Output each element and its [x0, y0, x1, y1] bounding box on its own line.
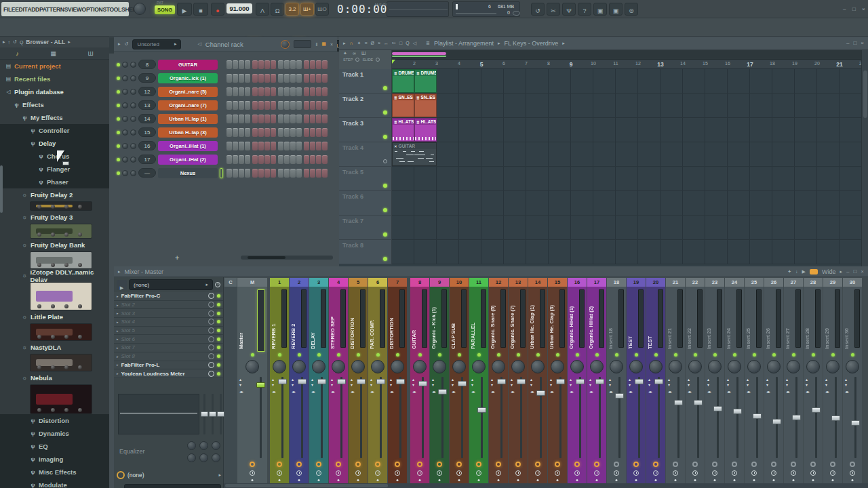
browser-item-eq[interactable]: ψEQ	[0, 440, 109, 453]
strip-enable-led[interactable]	[418, 353, 422, 357]
strip-sep-arrows[interactable]: ▴▾◂▸	[272, 377, 276, 394]
strip-record-dot[interactable]	[852, 479, 854, 481]
step-button[interactable]	[245, 60, 250, 69]
strip-clock-icon[interactable]	[515, 470, 521, 476]
rack-swing-knob[interactable]	[281, 40, 290, 49]
feedback-button[interactable]: ⊜	[625, 3, 638, 16]
strip-fx-icon[interactable]	[496, 462, 501, 467]
pattern-clip[interactable]: ≣SN..ES	[414, 94, 437, 117]
strip-record-dot[interactable]	[419, 479, 421, 481]
slot-mix-knob[interactable]	[208, 362, 214, 368]
channel-number[interactable]: 8	[138, 60, 156, 69]
strip-sep-arrows[interactable]: ▴▾◂▸	[629, 377, 633, 394]
step-button[interactable]	[296, 115, 302, 123]
strip-body[interactable]: Insert 22▴▾◂▸^^	[686, 287, 705, 483]
step-button[interactable]	[296, 60, 302, 69]
mixer-strip-1[interactable]: 1REVERB 1▴▾◂▸^^	[270, 278, 289, 483]
strip-fx-icon[interactable]	[574, 462, 580, 467]
strip-fader-handle[interactable]	[317, 379, 326, 384]
track-enable-led[interactable]	[383, 232, 387, 237]
mixer-strip-M[interactable]: MMaster▴▾◂▸^^	[237, 278, 267, 483]
step-button[interactable]	[284, 60, 290, 69]
strip-fader-handle[interactable]	[438, 389, 447, 394]
tab-sounds-icon[interactable]: ♪	[16, 50, 19, 57]
strip-fx-icon[interactable]	[594, 462, 599, 467]
strip-record-dot[interactable]	[377, 479, 379, 481]
mixer-strip-3[interactable]: 3DELAY▴▾◂▸^^	[309, 278, 328, 483]
step-button[interactable]	[233, 74, 238, 83]
mixer-strip-15[interactable]: 15Urban He. Clap (3)▴▾◂▸^^	[548, 278, 567, 483]
slot-enable-led[interactable]	[217, 312, 220, 315]
strip-number[interactable]: 11	[469, 278, 488, 287]
strip-fx-icon[interactable]	[771, 462, 776, 467]
strip-pan-knob[interactable]	[292, 360, 306, 373]
undo-button[interactable]: ↺	[531, 3, 545, 16]
wait-input-button[interactable]: Ω	[271, 3, 284, 16]
step-button[interactable]	[290, 128, 296, 137]
strip-body[interactable]: Insert 23▴▾◂▸^^	[705, 287, 724, 483]
strip-record-dot[interactable]	[252, 479, 254, 481]
strip-fader-track[interactable]	[321, 377, 323, 458]
strip-fader-handle[interactable]	[256, 382, 265, 388]
strip-fader-handle[interactable]	[418, 381, 427, 386]
strip-record-dot[interactable]	[753, 479, 755, 481]
strip-clock-icon[interactable]	[375, 470, 380, 476]
track-lane-7[interactable]	[392, 216, 861, 240]
strip-sep-arrows[interactable]: ▴▾◂▸	[845, 377, 849, 394]
record-audio-button[interactable]: Ψ	[562, 3, 576, 16]
mixer-slot-5[interactable]: ▸Slot 5	[114, 327, 223, 336]
strip-sep-arrows[interactable]: ▴▾◂▸	[766, 377, 770, 394]
strip-fader-handle[interactable]	[772, 419, 781, 424]
strip-enable-led[interactable]	[753, 353, 756, 357]
strip-fx-icon[interactable]	[395, 462, 400, 467]
track-enable-led[interactable]	[383, 184, 387, 188]
mixer-title[interactable]: Mixer - Master	[125, 268, 164, 275]
strip-body[interactable]: Insert 25▴▾◂▸^^	[745, 287, 764, 483]
strip-fx-icon[interactable]	[850, 462, 855, 467]
strip-sep-arrows[interactable]: ▴▾◂▸	[432, 377, 436, 394]
strip-clock-icon[interactable]	[395, 470, 400, 476]
maximize-button[interactable]: □	[852, 6, 856, 12]
slot-mix-knob[interactable]	[208, 336, 214, 342]
plugin-thumbnail[interactable]	[30, 323, 92, 341]
channel-select-indicator[interactable]	[220, 100, 223, 110]
eq-knob-1[interactable]	[187, 441, 196, 450]
mixer-strip-28[interactable]: 28Insert 28▴▾◂▸^^	[804, 278, 823, 483]
strip-enable-led[interactable]	[556, 353, 559, 357]
strip-fader-track[interactable]	[638, 377, 640, 458]
strip-body[interactable]: Urban He. Clap (1)▴▾◂▸^^	[528, 287, 547, 483]
step-button[interactable]	[316, 101, 321, 110]
strip-number[interactable]: 2	[290, 278, 309, 287]
muted-clip[interactable]: ✕GUITAR	[392, 142, 437, 166]
slot-mix-knob[interactable]	[208, 353, 214, 359]
strip-record-dot[interactable]	[318, 479, 320, 481]
strip-enable-led[interactable]	[477, 353, 481, 357]
strip-fader-handle[interactable]	[278, 379, 287, 384]
step-button[interactable]	[233, 142, 238, 150]
step-button[interactable]	[310, 142, 315, 150]
track-lane-6[interactable]	[392, 191, 861, 216]
mixer-slot-10[interactable]: ▸Youlean Loudness Meter	[114, 369, 223, 378]
channel-pan-knob[interactable]	[122, 102, 128, 108]
channel-number[interactable]: 14	[138, 114, 156, 123]
channel-select-indicator[interactable]	[220, 114, 223, 124]
strip-record-dot[interactable]	[357, 479, 359, 481]
slot-mix-knob[interactable]	[208, 344, 214, 350]
rack-graph-icon[interactable]: ‖	[315, 42, 317, 47]
strip-sep-arrows[interactable]: ▴▾◂▸	[786, 377, 790, 394]
step-button[interactable]	[316, 115, 321, 123]
step-button[interactable]	[322, 128, 328, 137]
step-button[interactable]	[271, 128, 276, 137]
strip-fader-track[interactable]	[815, 377, 817, 458]
strip-fader-handle[interactable]	[713, 406, 722, 411]
strip-fx-icon[interactable]	[250, 462, 255, 467]
strip-record-dot[interactable]	[773, 479, 775, 481]
strip-fader-handle[interactable]	[792, 415, 801, 420]
step-button[interactable]	[252, 101, 258, 110]
strip-pan-knob[interactable]	[649, 360, 663, 373]
menu-tools[interactable]: TOOLS	[106, 6, 125, 13]
eq-slider-2[interactable]	[212, 394, 214, 434]
strip-pan-knob[interactable]	[806, 360, 820, 373]
playlist-timeline[interactable]: 2345678910111213141516171819202122	[392, 60, 861, 69]
strip-number[interactable]: 18	[607, 278, 626, 287]
